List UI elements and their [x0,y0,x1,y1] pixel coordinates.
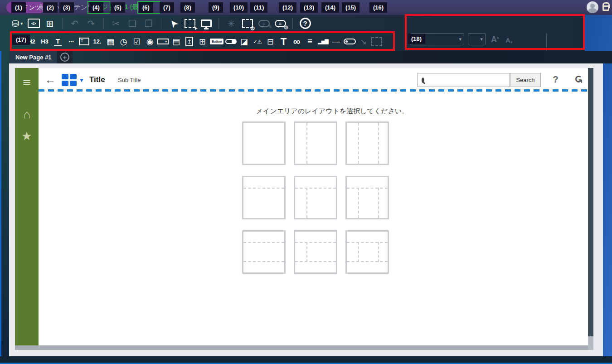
link-icon: ∞ [293,36,301,48]
text-field-button[interactable]: T [52,35,63,49]
layout-option-header-left[interactable] [294,176,337,219]
toolbar-separator [161,18,161,29]
grid-caret-icon[interactable] [79,77,84,83]
comment-edit-icon: ≡ [258,20,270,27]
hamburger-menu-icon[interactable]: ≡ [23,72,31,93]
user-avatar[interactable] [587,1,598,13]
dropdown-button[interactable]: ▾ [157,35,169,49]
horizontal-scrollbar[interactable] [15,345,588,350]
layout-option-header-both[interactable] [345,176,389,219]
text-button[interactable]: T [278,35,289,49]
vertical-scrollbar[interactable] [588,68,593,350]
vertical-scrollbar-lower [588,336,593,350]
link-button[interactable]: ∞ [291,35,302,49]
divider-button[interactable]: ― [330,35,342,49]
region-select-icon [185,19,195,28]
source-view-button[interactable]: </> [27,16,40,31]
search-input[interactable] [424,74,510,86]
table-button[interactable]: ⊞ [197,35,208,49]
annotation-mark-18: (18) [408,34,425,44]
layout-option-header[interactable] [242,176,286,219]
undo-button: ↶ [68,16,82,31]
layout-option-single[interactable] [242,121,286,165]
toolbar-separator [219,18,219,29]
preview-icon [201,19,212,27]
comment-settings-button[interactable]: ≡ [273,16,287,31]
help-icon[interactable]: ? [553,74,559,85]
redo-button: ↷ [84,16,98,31]
add-page-button[interactable]: + [57,51,73,63]
panel-button[interactable]: ⊟ [265,35,276,49]
layout-option-left-sidebar[interactable] [294,121,337,165]
preview-button[interactable] [199,16,213,31]
region-select-button[interactable] [183,16,197,31]
annotation-mark-7: (7) [160,2,174,13]
source-view-icon: </> [28,19,40,28]
design-canvas: ≡ ⌂ ★ ← Title Sub Title Search ? ↻ メインエリ… [15,68,588,345]
checkbox-button[interactable]: ☑ [131,35,142,49]
button-icon: Button [210,39,223,44]
frame-button [371,35,382,49]
layout-option-both-sidebars[interactable] [345,121,389,165]
tab-new-page-1[interactable]: New Page #1 [9,51,58,63]
list-button[interactable]: ≡ [304,35,316,49]
status-icons-button[interactable]: ✓⚠ [252,35,263,49]
region-settings-icon [242,19,253,28]
masked-field-button[interactable]: ⋯ [65,35,77,49]
unlock-icon[interactable] [602,5,609,11]
toolbar-separator [103,18,104,29]
toolbar-separator [62,18,63,29]
heading3-button[interactable]: H3 [39,35,50,49]
annotation-mark-11: (11) [250,2,267,13]
annotation-mark-4: (4) [89,2,103,13]
button-button[interactable]: Button [210,35,223,49]
page-title: Title [89,75,105,84]
font-size-select[interactable] [468,33,486,45]
app-grid-icon[interactable] [62,74,76,86]
search-box [418,73,510,87]
radio-button[interactable]: ◉ [144,35,155,49]
help-button[interactable]: ? [298,16,312,31]
insert-toolbar: H1H2H3T⋯T12.▦◷☑◉▾▤↥⊞Button◪✓⚠⊟T∞≡▂▅▇―↘ [0,32,399,51]
flow-button: ↘ [358,35,369,49]
list-box-button[interactable]: ▤ [170,35,182,49]
region-settings-button[interactable] [241,16,254,31]
number-field-button[interactable]: 12. [92,35,103,49]
spacer-button[interactable] [344,35,356,49]
annotation-mark-3: (3) [59,2,74,13]
toggle-icon [225,39,237,44]
favorite-star-icon[interactable]: ★ [21,125,32,147]
chart-button[interactable]: ▂▅▇ [317,35,329,49]
pointer-button[interactable]: ➤ [167,16,180,31]
search-button[interactable]: Search [510,73,541,87]
vertical-scrollbar-thumb[interactable] [588,68,593,336]
home-icon[interactable]: ⌂ [23,103,30,125]
refresh-icon[interactable]: ↻ [572,75,584,83]
bottom-bar [0,356,612,363]
annotation-mark-14: (14) [321,2,339,13]
annotation-mark-12: (12) [279,2,296,13]
annotation-mark-8: (8) [180,2,195,13]
main-toolbar: ⛁</>⊞↶↷✂❏❐➤✳≡≡? [0,15,403,32]
export-button[interactable]: ⊞ [43,16,57,31]
paste-button: ❐ [142,16,155,31]
time-picker-button[interactable]: ◷ [118,35,129,49]
back-arrow-button[interactable]: ← [45,73,56,86]
left-edge-strip [0,51,9,357]
image-button[interactable]: ◪ [238,35,250,49]
annotation-mark-9: (9) [209,2,223,13]
font-smaller-button: A▾ [505,36,512,44]
snap-button: ✳ [224,16,238,31]
file-upload-button[interactable]: ↥ [184,35,195,49]
layout-select-prompt: メインエリアのレイアウトを選択してください。 [196,107,468,116]
data-source-button[interactable]: ⛁ [10,16,24,31]
layout-option-header-footer-both[interactable] [345,230,389,274]
layout-option-header-footer[interactable] [242,230,286,274]
annotation-mark-16: (16) [369,2,387,13]
data-source-caret-icon[interactable] [20,21,23,26]
help-icon: ? [300,18,311,29]
toggle-button[interactable] [225,35,237,49]
date-picker-button[interactable]: ▦ [105,35,116,49]
text-area-button[interactable]: T [78,35,90,49]
layout-option-header-footer-left[interactable] [294,230,337,274]
